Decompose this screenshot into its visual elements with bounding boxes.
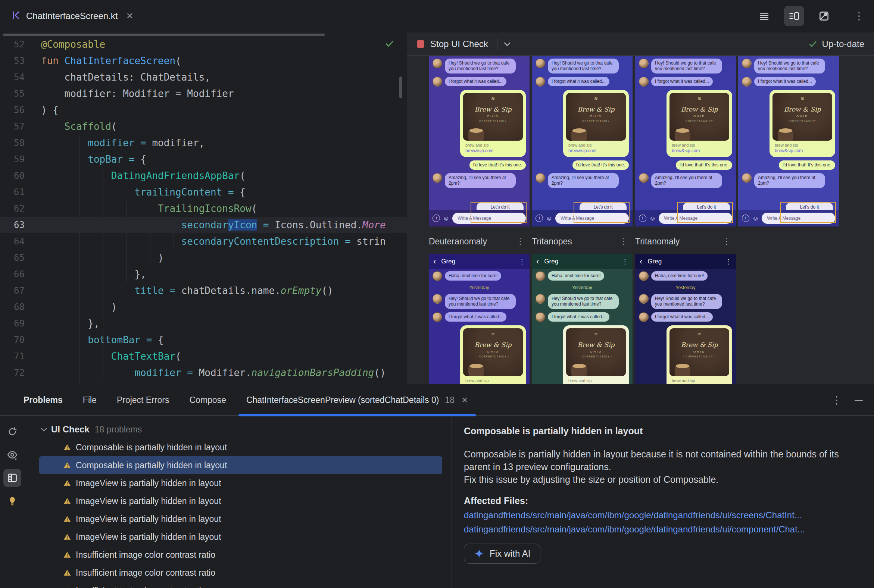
link-preview-card: ≋Brew & SipOHID· COFFEETCASIDY ·brew and… bbox=[460, 90, 526, 157]
code-line-53[interactable]: 53fun ChatInterfaceScreen( bbox=[0, 52, 407, 69]
tab-problems[interactable]: Problems bbox=[14, 385, 73, 416]
emoji-icon[interactable]: ☺ bbox=[649, 215, 656, 222]
card-link[interactable]: brew&sip.com bbox=[775, 148, 832, 153]
code-line-63[interactable]: 63 secondaryIcon = Icons.Outlined.More bbox=[0, 217, 407, 233]
code-line-55[interactable]: 55 modifier: Modifier = Modifier bbox=[0, 86, 407, 102]
lightbulb-icon[interactable] bbox=[3, 492, 21, 510]
design-view-icon[interactable] bbox=[814, 6, 834, 26]
code-line-69[interactable]: 69 }, bbox=[0, 315, 407, 332]
code-line-52[interactable]: 52@Composable bbox=[0, 36, 407, 52]
add-icon[interactable]: + bbox=[639, 214, 646, 222]
menu-icon[interactable]: ⋮ bbox=[519, 258, 525, 266]
code-line-65[interactable]: 65 ) bbox=[0, 250, 407, 266]
affected-file-link[interactable]: datingandfriends/src/main/java/com/ibm/g… bbox=[464, 510, 863, 520]
chevron-down-icon[interactable] bbox=[504, 39, 510, 46]
tab-project-errors[interactable]: Project Errors bbox=[107, 385, 180, 416]
vertical-scrollbar[interactable] bbox=[399, 76, 402, 98]
card-link[interactable]: brew&sip.com bbox=[466, 384, 523, 384]
card-link[interactable]: brew&sip.com bbox=[466, 148, 523, 153]
menu-icon[interactable]: ⋮ bbox=[725, 258, 731, 266]
tab-compose[interactable]: Compose bbox=[179, 385, 236, 416]
code-line-71[interactable]: 71 ChatTextBar( bbox=[0, 348, 407, 364]
code-line-58[interactable]: 58 modifier = modifier, bbox=[0, 135, 407, 151]
config-menu-icon[interactable]: ⋮ bbox=[722, 237, 731, 246]
preview-eye-icon[interactable] bbox=[3, 446, 21, 464]
chat-outgoing-message: I'd love that! It's this one. bbox=[432, 160, 526, 170]
code-view-icon[interactable] bbox=[754, 6, 774, 26]
problem-row[interactable]: ImageView is partially hidden in layout bbox=[39, 510, 442, 528]
code-line-72[interactable]: 72 modifier = Modifier.navigationBarsPad… bbox=[0, 364, 407, 381]
problem-row[interactable]: ImageView is partially hidden in layout bbox=[39, 528, 442, 546]
emoji-icon[interactable]: ☺ bbox=[443, 215, 449, 222]
preview-phone[interactable]: ‹Greg⋮Haha, next time for sure!Yesterday… bbox=[429, 254, 530, 384]
problem-row[interactable]: Composable is partially hidden in layout bbox=[39, 456, 442, 474]
problem-row[interactable]: Insufficient text color contrast ratio bbox=[39, 582, 442, 588]
problem-label: Insufficient text color contrast ratio bbox=[76, 586, 206, 588]
line-number: 63 bbox=[0, 217, 41, 233]
emoji-icon[interactable]: ☺ bbox=[752, 215, 759, 222]
chat-messages: Haha, next time for sure!YesterdayHey! S… bbox=[429, 269, 530, 384]
code-editor[interactable]: 52@Composable53fun ChatInterfaceScreen(5… bbox=[0, 33, 407, 384]
layout-panel-icon[interactable] bbox=[3, 469, 21, 487]
card-link[interactable]: brew&sip.com bbox=[568, 148, 626, 153]
close-tab-icon[interactable]: ✕ bbox=[126, 11, 133, 21]
back-icon[interactable]: ‹ bbox=[433, 257, 436, 266]
problem-row[interactable]: Composable is partially hidden in layout bbox=[39, 438, 442, 456]
code-line-70[interactable]: 70 bottomBar = { bbox=[0, 332, 407, 348]
code-line-59[interactable]: 59 topBar = { bbox=[0, 151, 407, 168]
preview-phone[interactable]: Hey! Should we go to that cafe you menti… bbox=[532, 56, 632, 226]
problem-label: Composable is partially hidden in layout bbox=[76, 442, 227, 453]
refresh-icon[interactable] bbox=[3, 423, 21, 441]
config-menu-icon[interactable]: ⋮ bbox=[516, 237, 524, 246]
more-options-icon[interactable]: ⋮ bbox=[854, 11, 864, 21]
stop-ui-check-button[interactable]: Stop UI Check bbox=[417, 39, 488, 49]
preview-phone[interactable]: Hey! Should we go to that cafe you menti… bbox=[738, 56, 839, 226]
code-line-54[interactable]: 54 chatDetails: ChatDetails, bbox=[0, 69, 407, 86]
code-line-73[interactable]: 73 onAddClick = {} bbox=[0, 381, 407, 384]
code-text: title = chatDetails.name.orEmpty() bbox=[41, 282, 333, 299]
problem-row[interactable]: ImageView is partially hidden in layout bbox=[39, 492, 442, 510]
card-link[interactable]: brew&sip.com bbox=[672, 148, 729, 153]
tab-file[interactable]: File bbox=[73, 385, 107, 416]
affected-file-link[interactable]: datingandfriends/src/main/java/com/ibm/g… bbox=[464, 524, 863, 535]
code-line-62[interactable]: 62 TrailingIconsRow( bbox=[0, 200, 407, 217]
code-line-56[interactable]: 56) { bbox=[0, 102, 407, 118]
emoji-icon[interactable]: ☺ bbox=[546, 215, 552, 222]
code-line-60[interactable]: 60 DatingAndFriendsAppBar( bbox=[0, 168, 407, 184]
config-menu-icon[interactable]: ⋮ bbox=[619, 237, 627, 246]
problem-row[interactable]: Insufficient image color contrast ratio bbox=[39, 546, 442, 564]
code-line-68[interactable]: 68 ) bbox=[0, 299, 407, 315]
close-tab-icon[interactable]: ✕ bbox=[461, 396, 468, 405]
message-bubble: I'd love that! It's this one. bbox=[470, 160, 526, 170]
fix-with-ai-button[interactable]: Fix with AI bbox=[464, 544, 541, 564]
preview-phone[interactable]: Hey! Should we go to that cafe you menti… bbox=[635, 56, 736, 226]
code-text: trailingContent = { bbox=[41, 184, 246, 200]
split-view-icon[interactable] bbox=[784, 6, 804, 26]
code-line-67[interactable]: 67 title = chatDetails.name.orEmpty() bbox=[0, 282, 407, 299]
add-icon[interactable]: + bbox=[742, 214, 749, 222]
back-icon[interactable]: ‹ bbox=[536, 257, 539, 266]
preview-phone[interactable]: ‹Greg⋮Haha, next time for sure!Yesterday… bbox=[635, 254, 736, 384]
code-line-64[interactable]: 64 secondaryContentDescription = strin bbox=[0, 233, 407, 250]
menu-icon[interactable]: ⋮ bbox=[622, 258, 628, 266]
preview-phone[interactable]: Hey! Should we go to that cafe you menti… bbox=[429, 56, 530, 226]
back-icon[interactable]: ‹ bbox=[640, 257, 642, 266]
preview-phone[interactable]: ‹Greg⋮Haha, next time for sure!Yesterday… bbox=[532, 254, 632, 384]
card-link[interactable]: brew&sip.com bbox=[568, 384, 626, 384]
inspection-ok-icon[interactable] bbox=[384, 38, 395, 50]
minimize-icon[interactable] bbox=[854, 400, 863, 401]
contact-avatar bbox=[432, 77, 442, 87]
add-icon[interactable]: + bbox=[432, 214, 440, 222]
problems-group-header[interactable]: UI Check 18 problems bbox=[25, 420, 452, 438]
panel-options-icon[interactable]: ⋮ bbox=[832, 395, 842, 405]
horizontal-scrollbar[interactable] bbox=[3, 34, 325, 36]
add-icon[interactable]: + bbox=[536, 214, 543, 222]
code-line-57[interactable]: 57 Scaffold( bbox=[0, 118, 407, 135]
tab-ui-check-preview[interactable]: ChatInterfaceScreenPreview (sortedChatDe… bbox=[236, 385, 478, 416]
problem-row[interactable]: Insufficient image color contrast ratio bbox=[39, 564, 442, 582]
editor-tab[interactable]: ChatInterfaceScreen.kt ✕ bbox=[0, 0, 142, 32]
code-line-66[interactable]: 66 }, bbox=[0, 266, 407, 282]
code-line-61[interactable]: 61 trailingContent = { bbox=[0, 184, 407, 200]
problem-row[interactable]: ImageView is partially hidden in layout bbox=[39, 474, 442, 492]
card-link[interactable]: brew&sip.com bbox=[672, 384, 729, 384]
